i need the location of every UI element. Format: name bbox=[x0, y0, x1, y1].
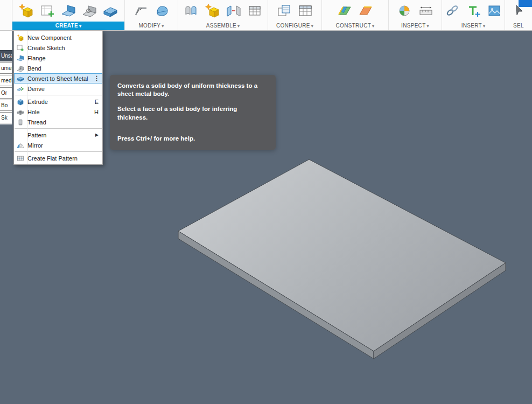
menu-item-flange[interactable]: Flange bbox=[14, 53, 102, 63]
sheet-body[interactable] bbox=[178, 159, 506, 359]
chevron-down-icon: ▾ bbox=[237, 24, 240, 29]
menu-item-extrude[interactable]: Extrude E bbox=[14, 96, 102, 107]
menu-separator bbox=[15, 151, 102, 152]
hole-icon bbox=[16, 108, 25, 116]
tab-construct[interactable]: CONSTRUCT▾ bbox=[322, 22, 388, 30]
tab-inspect-label: INSPECT bbox=[401, 23, 425, 29]
menu-item-pattern[interactable]: Pattern ▶ bbox=[14, 130, 102, 140]
create-sketch-icon bbox=[16, 44, 25, 52]
menu-item-derive[interactable]: Derive bbox=[14, 83, 102, 94]
construct-group-icons bbox=[322, 0, 388, 22]
tab-configure-label: CONFIGURE bbox=[276, 23, 310, 29]
shortcut-key: H bbox=[94, 109, 100, 115]
toolbar-group-construct: CONSTRUCT▾ bbox=[322, 0, 389, 30]
dimension-ruler-icon[interactable] bbox=[418, 3, 434, 19]
menu-item-label: Bend bbox=[27, 65, 100, 72]
browser-item-sketches[interactable]: Sk bbox=[0, 112, 12, 123]
more-options-icon[interactable]: ⋮ bbox=[94, 75, 100, 82]
browser-item-document-settings[interactable]: umen bbox=[0, 62, 12, 74]
bend-icon[interactable] bbox=[81, 3, 97, 19]
notification-corner-badge[interactable] bbox=[519, 0, 532, 7]
chevron-down-icon: ▾ bbox=[372, 24, 374, 29]
inspect-group-icons bbox=[389, 0, 442, 22]
insert-derive-icon[interactable] bbox=[465, 3, 481, 19]
measure-sphere-icon[interactable] bbox=[397, 3, 413, 19]
flange-icon bbox=[16, 54, 25, 62]
toolbar-group-configure: CONFIGURE▾ bbox=[268, 0, 322, 30]
ruled-sheets-icon[interactable] bbox=[184, 3, 200, 19]
tab-modify[interactable]: MODIFY▾ bbox=[125, 22, 178, 30]
joint-icon[interactable] bbox=[226, 3, 242, 19]
toolbar-group-inspect: INSPECT▾ bbox=[389, 0, 442, 30]
browser-item-bodies[interactable]: Bo bbox=[0, 100, 12, 111]
press-brake-icon[interactable] bbox=[133, 3, 149, 19]
menu-separator bbox=[15, 128, 102, 129]
configurations-icon[interactable] bbox=[276, 3, 292, 19]
toolbar-group-assemble: ASSEMBLE▾ bbox=[178, 0, 268, 30]
new-component-icon[interactable] bbox=[205, 3, 221, 19]
ribbon-toolbar: CREATE▾ MODIFY▾ bbox=[0, 0, 532, 31]
modify-group-icons bbox=[125, 0, 178, 22]
tab-select-label: SEL bbox=[513, 23, 524, 29]
menu-item-label: Create Flat Pattern bbox=[27, 155, 100, 162]
menu-item-mirror[interactable]: Mirror bbox=[14, 140, 102, 150]
sheet-body-top-face[interactable] bbox=[178, 159, 506, 351]
tab-construct-label: CONSTRUCT bbox=[336, 23, 371, 29]
flange-icon[interactable] bbox=[60, 3, 76, 19]
menu-item-new-component[interactable]: New Component bbox=[14, 32, 102, 43]
menu-item-label: Convert to Sheet Metal bbox=[27, 75, 91, 82]
chevron-down-icon: ▾ bbox=[162, 24, 164, 29]
tab-insert-label: INSERT bbox=[461, 23, 482, 29]
menu-item-label: Create Sketch bbox=[27, 45, 100, 51]
bend-icon bbox=[16, 64, 25, 72]
menu-item-convert-to-sheet-metal[interactable]: Convert to Sheet Metal ⋮ bbox=[14, 73, 102, 83]
bom-table-icon[interactable] bbox=[247, 3, 263, 19]
menu-item-create-flat-pattern[interactable]: Create Flat Pattern bbox=[14, 153, 102, 163]
tab-modify-label: MODIFY bbox=[138, 23, 160, 29]
form-icon[interactable] bbox=[154, 3, 170, 19]
toolbar-group-modify: MODIFY▾ bbox=[125, 0, 178, 30]
construct-plane-angle-icon[interactable] bbox=[358, 3, 374, 19]
submenu-arrow-icon: ▶ bbox=[95, 133, 100, 137]
tab-assemble[interactable]: ASSEMBLE▾ bbox=[178, 22, 268, 30]
chevron-down-icon: ▾ bbox=[311, 24, 313, 29]
menu-separator bbox=[15, 95, 102, 95]
pattern-icon-placeholder bbox=[16, 131, 25, 139]
tooltip-description: Converts a solid body of uniform thickne… bbox=[117, 82, 268, 98]
tab-inspect[interactable]: INSPECT▾ bbox=[389, 22, 442, 30]
menu-item-label: New Component bbox=[27, 34, 100, 41]
construct-plane-icon[interactable] bbox=[337, 3, 353, 19]
tab-insert[interactable]: INSERT▾ bbox=[442, 22, 505, 30]
configure-group-icons bbox=[268, 0, 321, 22]
tab-select[interactable]: SEL bbox=[505, 22, 532, 30]
command-tooltip: Converts a solid body of uniform thickne… bbox=[110, 75, 276, 150]
convert-to-sheet-metal-icon[interactable] bbox=[102, 3, 118, 19]
toolbar-group-create: CREATE▾ bbox=[12, 0, 125, 30]
tab-assemble-label: ASSEMBLE bbox=[206, 23, 236, 29]
derive-icon bbox=[16, 85, 25, 93]
menu-item-thread[interactable]: Thread bbox=[14, 117, 102, 127]
canvas-icon[interactable] bbox=[486, 3, 502, 19]
tab-configure[interactable]: CONFIGURE▾ bbox=[268, 22, 321, 30]
tab-create[interactable]: CREATE▾ bbox=[12, 22, 124, 30]
menu-item-bend[interactable]: Bend bbox=[14, 63, 102, 73]
browser-item-named-views[interactable]: med V bbox=[0, 75, 12, 86]
toolbar-group-insert: INSERT▾ bbox=[442, 0, 505, 30]
convert-to-sheet-metal-icon bbox=[16, 74, 25, 82]
browser-item-origin[interactable]: Or bbox=[0, 87, 12, 99]
menu-item-hole[interactable]: Hole H bbox=[14, 107, 102, 117]
mirror-icon bbox=[16, 141, 25, 149]
link-icon[interactable] bbox=[444, 3, 460, 19]
configuration-table-icon[interactable] bbox=[297, 3, 313, 19]
new-component-icon[interactable] bbox=[18, 3, 34, 19]
create-group-icons bbox=[12, 0, 124, 22]
create-flat-pattern-icon bbox=[16, 154, 25, 162]
create-dropdown-menu: New Component Create Sketch Flange bbox=[13, 31, 103, 165]
create-sketch-icon[interactable] bbox=[39, 3, 55, 19]
shortcut-key: E bbox=[95, 99, 100, 105]
tooltip-help-hint: Press Ctrl+/ for more help. bbox=[117, 135, 268, 143]
menu-item-label: Hole bbox=[27, 109, 92, 115]
menu-item-create-sketch[interactable]: Create Sketch bbox=[14, 43, 102, 53]
chevron-down-icon: ▾ bbox=[79, 24, 81, 29]
browser-item-document[interactable]: Unsa bbox=[0, 50, 12, 61]
